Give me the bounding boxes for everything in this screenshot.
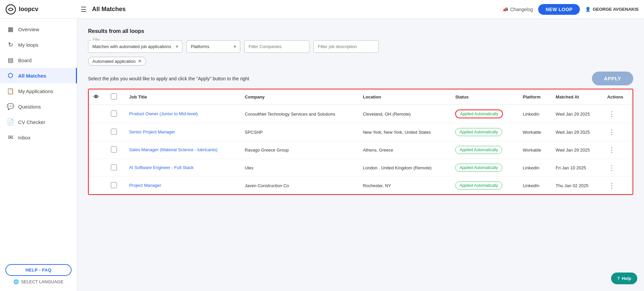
companies-filter-input[interactable] xyxy=(244,40,309,53)
sidebar-item-my-applications[interactable]: 📋 My Applications xyxy=(0,83,77,99)
inbox-icon: ✉ xyxy=(7,134,14,141)
td-status-0: Applied Automatically xyxy=(450,105,518,123)
status-badge-3: Applied Automatically xyxy=(455,164,502,172)
td-eye-1 xyxy=(89,123,106,141)
eye-icon[interactable]: 👁 xyxy=(93,94,99,100)
sidebar-label-all-matches: All Matches xyxy=(18,73,46,79)
sidebar-item-my-loops[interactable]: ↻ My loops xyxy=(0,37,77,52)
td-job-title-3: AI Software Engineer - Full Stack xyxy=(124,159,240,177)
td-platform-3: LinkedIn xyxy=(518,159,551,177)
th-eye: 👁 xyxy=(89,89,106,105)
th-matched-at: Matched At xyxy=(551,89,602,105)
td-company-1: SPCSHP xyxy=(240,123,358,141)
actions-menu-button-2[interactable]: ⋮ xyxy=(607,146,616,154)
job-title-link-4[interactable]: Project Manager xyxy=(129,183,161,188)
tag-row: Automated application ✕ xyxy=(88,57,633,66)
job-title-link-1[interactable]: Senior Project Manager xyxy=(129,129,175,134)
table-row: Product Owner (Junior to Mid-level) Cons… xyxy=(89,105,633,123)
help-bubble-label: Help xyxy=(622,276,631,281)
td-company-0: ConsultNet Technology Services and Solut… xyxy=(240,105,358,123)
td-status-2: Applied Automatically xyxy=(450,141,518,159)
sidebar-label-board: Board xyxy=(18,57,32,63)
overview-icon: ▦ xyxy=(7,26,14,33)
row-checkbox-2[interactable] xyxy=(111,147,117,153)
status-badge-0: Applied Automatically xyxy=(455,110,503,118)
actions-menu-button-0[interactable]: ⋮ xyxy=(607,110,616,118)
filter-float-label: Filter xyxy=(91,38,101,41)
my-applications-icon: 📋 xyxy=(7,87,14,95)
row-checkbox-3[interactable] xyxy=(111,164,117,170)
platforms-dropdown[interactable]: Platforms xyxy=(186,40,240,53)
row-checkbox-0[interactable] xyxy=(111,111,117,117)
my-loops-icon: ↻ xyxy=(7,41,14,48)
td-actions-0: ⋮ xyxy=(602,105,633,123)
td-location-1: New York, New York, United States xyxy=(358,123,450,141)
apply-button[interactable]: APPLY xyxy=(592,72,633,85)
th-job-title: Job Title xyxy=(124,89,240,105)
td-company-2: Ravago Greece Group xyxy=(240,141,358,159)
sidebar-label-questions: Questions xyxy=(18,104,41,110)
job-desc-filter-input[interactable] xyxy=(313,40,379,53)
td-status-3: Applied Automatically xyxy=(450,159,518,177)
th-platform: Platform xyxy=(518,89,551,105)
board-icon: ▤ xyxy=(7,56,14,64)
actions-menu-button-4[interactable]: ⋮ xyxy=(607,181,616,190)
table-row: Project Manager Javen Construction Co Ro… xyxy=(89,177,633,195)
changelog-button[interactable]: 📣 Changelog xyxy=(503,7,533,12)
changelog-icon: 📣 xyxy=(503,7,508,12)
lang-label: SELECT LANGUAGE xyxy=(21,279,63,284)
td-checkbox-4 xyxy=(106,177,124,195)
job-title-link-3[interactable]: AI Software Engineer - Full Stack xyxy=(129,165,193,170)
section-title: Results from all loops xyxy=(88,28,633,34)
td-company-3: Ulex xyxy=(240,159,358,177)
sidebar-item-questions[interactable]: 💬 Questions xyxy=(0,99,77,114)
filter-row: Filter Matches with automated job applic… xyxy=(88,40,633,53)
table-row: Senior Project Manager SPCSHP New York, … xyxy=(89,123,633,141)
sidebar-item-inbox[interactable]: ✉ Inbox xyxy=(0,130,77,145)
status-badge-2: Applied Automatically xyxy=(455,146,502,154)
automated-application-tag: Automated application ✕ xyxy=(88,57,146,66)
td-platform-1: Workable xyxy=(518,123,551,141)
status-badge-4: Applied Automatically xyxy=(455,181,502,190)
table-row: AI Software Engineer - Full Stack Ulex L… xyxy=(89,159,633,177)
hamburger-icon[interactable]: ☰ xyxy=(81,5,87,13)
cv-checker-icon: 📄 xyxy=(7,118,14,126)
layout: ▦ Overview ↻ My loops ▤ Board ⬡ All Matc… xyxy=(0,19,644,291)
sidebar-item-all-matches[interactable]: ⬡ All Matches xyxy=(0,68,77,83)
td-location-0: Cleveland, OH (Remote) xyxy=(358,105,450,123)
sidebar-item-overview[interactable]: ▦ Overview xyxy=(0,22,77,37)
sidebar-label-overview: Overview xyxy=(18,27,39,32)
job-title-link-0[interactable]: Product Owner (Junior to Mid-level) xyxy=(129,111,198,116)
logo-text: loopcv xyxy=(19,6,38,13)
help-bubble[interactable]: ? Help xyxy=(611,273,637,284)
sidebar-item-board[interactable]: ▤ Board xyxy=(0,52,77,68)
td-matched-at-3: Fri Jan 10 2025 xyxy=(551,159,602,177)
td-actions-3: ⋮ xyxy=(602,159,633,177)
select-all-checkbox[interactable] xyxy=(111,93,117,99)
sidebar-label-inbox: Inbox xyxy=(18,135,31,140)
row-checkbox-1[interactable] xyxy=(111,129,117,135)
changelog-label: Changelog xyxy=(510,7,533,12)
status-badge-1: Applied Automatically xyxy=(455,128,502,136)
td-status-4: Applied Automatically xyxy=(450,177,518,195)
td-eye-0 xyxy=(89,105,106,123)
sidebar-item-cv-checker[interactable]: 📄 CV Checker xyxy=(0,114,77,130)
language-selector[interactable]: 🌐 SELECT LANGUAGE xyxy=(5,279,72,284)
tag-close-button[interactable]: ✕ xyxy=(138,58,142,64)
th-location: Location xyxy=(358,89,450,105)
actions-menu-button-1[interactable]: ⋮ xyxy=(607,128,616,136)
job-title-link-2[interactable]: Sales Manager (Material Science - lubric… xyxy=(129,147,217,152)
th-checkbox xyxy=(106,89,124,105)
row-checkbox-4[interactable] xyxy=(111,182,117,188)
td-job-title-0: Product Owner (Junior to Mid-level) xyxy=(124,105,240,123)
td-job-title-4: Project Manager xyxy=(124,177,240,195)
filter-dropdown[interactable]: Matches with automated job applications xyxy=(88,40,182,53)
help-faq-button[interactable]: HELP - FAQ xyxy=(5,264,72,276)
help-bubble-icon: ? xyxy=(617,276,620,281)
user-menu[interactable]: 👤 GEORGE AVGENAKIS xyxy=(585,7,639,12)
td-checkbox-0 xyxy=(106,105,124,123)
new-loop-button[interactable]: NEW LOOP xyxy=(538,4,580,15)
all-matches-icon: ⬡ xyxy=(7,72,14,79)
sidebar-bottom: HELP - FAQ 🌐 SELECT LANGUAGE xyxy=(0,260,77,288)
actions-menu-button-3[interactable]: ⋮ xyxy=(607,164,616,172)
